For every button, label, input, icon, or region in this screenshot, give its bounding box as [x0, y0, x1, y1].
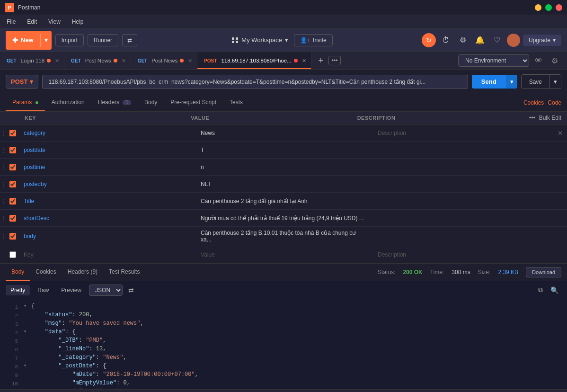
- response-tab-testresults[interactable]: Test Results: [103, 264, 145, 281]
- row2-delete-button[interactable]: [555, 149, 560, 151]
- invite-button[interactable]: 👤+ Invite: [294, 34, 333, 46]
- row5-key[interactable]: Title: [19, 195, 196, 207]
- params-tab-tests[interactable]: Tests: [223, 94, 249, 111]
- url-input[interactable]: [42, 75, 468, 89]
- table-more-button[interactable]: •••: [529, 115, 535, 121]
- line-toggle-4[interactable]: ▾: [24, 329, 29, 337]
- new-desc-input[interactable]: [378, 251, 545, 258]
- tab-close-3[interactable]: ✕: [188, 58, 192, 64]
- response-tab-headers[interactable]: Headers (9): [62, 264, 103, 281]
- new-button[interactable]: ✚ New ▾: [6, 31, 52, 50]
- row3-delete[interactable]: [550, 163, 567, 171]
- tab-postnews1[interactable]: GET Post News ✕: [64, 52, 131, 69]
- environment-select[interactable]: No Environment: [458, 54, 529, 67]
- menu-edit[interactable]: Edit: [25, 18, 39, 26]
- row6-delete-button[interactable]: [555, 217, 560, 219]
- row7-value[interactable]: Căn penthouse 2 tầng B.10.01 thuộc tòa n…: [196, 227, 373, 246]
- line-toggle-8[interactable]: ▾: [24, 363, 29, 371]
- empty-description[interactable]: [373, 249, 550, 261]
- params-tab-auth[interactable]: Authorization: [45, 94, 91, 111]
- row4-delete[interactable]: [550, 180, 567, 188]
- row6-delete[interactable]: [550, 214, 567, 222]
- format-tab-pretty[interactable]: Pretty: [6, 285, 30, 295]
- row1-delete-button[interactable]: ✕: [555, 128, 566, 138]
- code-link[interactable]: Code: [548, 99, 561, 106]
- params-tab-headers[interactable]: Headers 1: [91, 94, 138, 111]
- row4-delete-button[interactable]: [555, 183, 560, 185]
- code-view[interactable]: 1 ▾ { 2 "status": 200, 3 "msg": "You hav…: [0, 299, 567, 389]
- row2-delete[interactable]: [550, 146, 567, 154]
- tab-postnews2[interactable]: GET Post News ✕: [131, 52, 198, 69]
- tab-close-4[interactable]: ✕: [302, 58, 306, 64]
- row2-checkbox[interactable]: [9, 147, 16, 153]
- tab-close-2[interactable]: ✕: [122, 58, 126, 64]
- row3-value[interactable]: n: [196, 161, 373, 173]
- row1-key[interactable]: category: [19, 127, 196, 139]
- search-button[interactable]: 🔍: [548, 284, 561, 296]
- row4-value[interactable]: NLT: [196, 178, 373, 190]
- download-button[interactable]: Download: [526, 267, 561, 277]
- row5-delete-button[interactable]: [555, 200, 560, 202]
- row6-key[interactable]: shortDesc: [19, 212, 196, 224]
- new-key-input[interactable]: [24, 251, 191, 258]
- row3-checkbox[interactable]: [9, 164, 16, 170]
- row7-key[interactable]: body: [19, 230, 196, 242]
- empty-key[interactable]: [19, 249, 196, 261]
- send-button[interactable]: Send: [472, 75, 506, 89]
- row5-delete[interactable]: [550, 197, 567, 205]
- save-arrow-button[interactable]: ▾: [550, 74, 561, 89]
- menu-view[interactable]: View: [46, 18, 62, 26]
- workspace-button[interactable]: My Workspace ▾: [226, 34, 294, 46]
- bulk-edit-button[interactable]: Bulk Edit: [539, 115, 561, 121]
- empty-value[interactable]: [196, 249, 373, 261]
- env-settings-button[interactable]: ⚙: [548, 54, 561, 67]
- runner-button[interactable]: Runner: [88, 34, 118, 46]
- refresh-button[interactable]: ↻: [422, 33, 436, 47]
- heart-button[interactable]: ♡: [490, 33, 504, 47]
- row7-check[interactable]: [8, 230, 19, 242]
- minimize-button[interactable]: [535, 4, 541, 11]
- row6-value[interactable]: Người mua có thể phải trả thuế 19 triệu …: [196, 212, 373, 224]
- empty-checkbox[interactable]: [9, 251, 16, 258]
- method-select[interactable]: POST ▾: [6, 75, 38, 89]
- menu-help[interactable]: Help: [70, 18, 86, 26]
- row7-delete[interactable]: [550, 232, 567, 240]
- import-button[interactable]: Import: [55, 34, 84, 46]
- row6-check[interactable]: [8, 212, 19, 224]
- cookies-link[interactable]: Cookies: [523, 99, 544, 106]
- row4-key[interactable]: postedby: [19, 178, 196, 190]
- env-eye-button[interactable]: 👁: [532, 54, 545, 67]
- maximize-button[interactable]: [545, 4, 552, 11]
- tab-more-button[interactable]: •••: [328, 56, 341, 65]
- row6-checkbox[interactable]: [9, 215, 16, 222]
- tab-close-1[interactable]: ✕: [55, 58, 59, 64]
- settings-button[interactable]: ⚙: [456, 33, 470, 47]
- row2-key[interactable]: postdate: [19, 144, 196, 156]
- row4-check[interactable]: [8, 178, 19, 190]
- menu-file[interactable]: File: [5, 18, 18, 26]
- row3-key[interactable]: posttime: [19, 161, 196, 173]
- row1-check[interactable]: [8, 127, 19, 139]
- response-tab-cookies[interactable]: Cookies: [30, 264, 62, 281]
- tab-add-button[interactable]: +: [315, 55, 327, 66]
- save-button[interactable]: Save: [521, 74, 550, 89]
- copy-button[interactable]: ⧉: [535, 284, 546, 296]
- row7-delete-button[interactable]: [555, 235, 560, 237]
- row5-check[interactable]: [8, 195, 19, 207]
- close-button[interactable]: [556, 4, 562, 11]
- new-button-main[interactable]: ✚ New: [6, 34, 40, 47]
- response-tab-body[interactable]: Body: [6, 264, 30, 281]
- line-toggle-1[interactable]: ▾: [24, 303, 29, 312]
- sync-button[interactable]: ⇄: [122, 34, 137, 46]
- row1-value[interactable]: News: [196, 127, 373, 139]
- row3-check[interactable]: [8, 161, 19, 173]
- row1-checkbox[interactable]: [9, 130, 16, 136]
- row7-checkbox[interactable]: [9, 233, 16, 240]
- row1-delete[interactable]: ✕: [550, 125, 567, 141]
- send-arrow-button[interactable]: ▾: [506, 75, 517, 89]
- row5-value[interactable]: Căn penthouse 2 tầng đất giá nhất tại An…: [196, 195, 373, 207]
- tab-post-active[interactable]: POST 118.69.187.103:8080/Phoe... ✕: [197, 52, 311, 69]
- new-value-input[interactable]: [201, 251, 368, 258]
- new-button-arrow[interactable]: ▾: [40, 34, 52, 47]
- params-tab-prerequest[interactable]: Pre-request Script: [164, 94, 223, 111]
